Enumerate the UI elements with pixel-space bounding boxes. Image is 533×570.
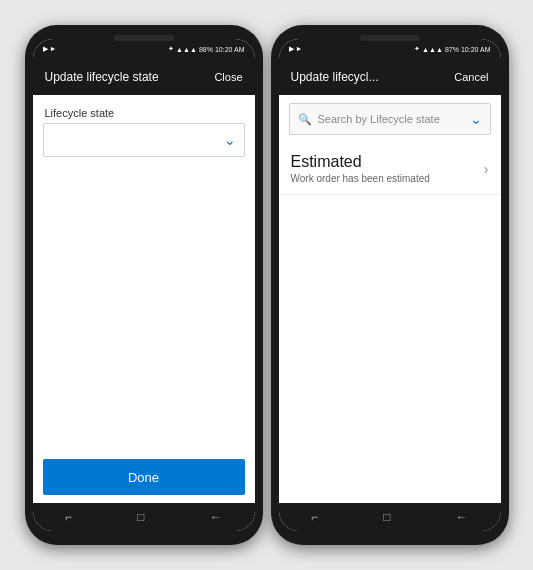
search-icon: 🔍 [298,113,312,126]
dropdown-arrow-icon: ⌄ [224,132,236,148]
header-title-1: Update lifecycle state [45,70,159,84]
status-right-1: ✦ ▲▲▲ 88% 10:20 AM [168,45,244,53]
nav-back-icon-2[interactable]: ← [456,510,468,524]
nav-recent-icon[interactable]: ⌐ [65,510,72,524]
time-2: 10:20 AM [461,46,491,53]
close-button-1[interactable]: Close [214,71,242,83]
search-chevron-icon: ⌄ [470,111,482,127]
signal-icon: ▲▲▲ [176,46,197,53]
content-area-2: 🔍 Search by Lifecycle state ⌄ Estimated … [279,95,501,503]
phone-2: ▶ ► ✦ ▲▲▲ 87% 10:20 AM Update lifecycl..… [271,25,509,545]
app-header-1: Update lifecycle state Close [33,59,255,95]
search-placeholder: Search by Lifecycle state [318,113,464,125]
list-item-subtitle: Work order has been estimated [291,173,430,184]
header-title-2: Update lifecycl... [291,70,379,84]
phones-container: ▶ ► ✦ ▲▲▲ 88% 10:20 AM Update lifecycle … [25,25,509,545]
battery-1: 88% [199,46,213,53]
nav-recent-icon-2[interactable]: ⌐ [311,510,318,524]
lifecycle-state-dropdown[interactable]: ⌄ [43,123,245,157]
status-right-2: ✦ ▲▲▲ 87% 10:20 AM [414,45,490,53]
status-bar-1: ▶ ► ✦ ▲▲▲ 88% 10:20 AM [33,39,255,59]
content-spacer-2 [279,195,501,503]
nav-back-icon[interactable]: ← [210,510,222,524]
signal-icon-2: ▲▲▲ [422,46,443,53]
status-left-1: ▶ ► [43,45,57,53]
battery-2: 87% [445,46,459,53]
lifecycle-search-bar[interactable]: 🔍 Search by Lifecycle state ⌄ [289,103,491,135]
phone-1: ▶ ► ✦ ▲▲▲ 88% 10:20 AM Update lifecycle … [25,25,263,545]
phone-1-screen: ▶ ► ✦ ▲▲▲ 88% 10:20 AM Update lifecycle … [33,39,255,531]
done-button-area: Done [33,451,255,503]
lifecycle-state-label: Lifecycle state [33,95,255,123]
status-icons-2: ▶ ► [289,45,303,53]
time-1: 10:20 AM [215,46,245,53]
bluetooth-icon: ✦ [168,45,174,53]
status-icons-1: ▶ ► [43,45,57,53]
status-bar-2: ▶ ► ✦ ▲▲▲ 87% 10:20 AM [279,39,501,59]
done-button[interactable]: Done [43,459,245,495]
phone-2-screen: ▶ ► ✦ ▲▲▲ 87% 10:20 AM Update lifecycl..… [279,39,501,531]
app-header-2: Update lifecycl... Cancel [279,59,501,95]
nav-bar-2: ⌐ □ ← [279,503,501,531]
content-area-1: Lifecycle state ⌄ Done [33,95,255,503]
list-item-content: Estimated Work order has been estimated [291,153,430,184]
nav-home-icon-2[interactable]: □ [383,510,390,524]
cancel-button[interactable]: Cancel [454,71,488,83]
nav-home-icon[interactable]: □ [137,510,144,524]
list-item-chevron-icon: › [484,161,489,177]
bluetooth-icon-2: ✦ [414,45,420,53]
list-item-title: Estimated [291,153,430,171]
nav-bar-1: ⌐ □ ← [33,503,255,531]
status-left-2: ▶ ► [289,45,303,53]
content-spacer-1 [33,157,255,451]
estimated-list-item[interactable]: Estimated Work order has been estimated … [279,143,501,195]
